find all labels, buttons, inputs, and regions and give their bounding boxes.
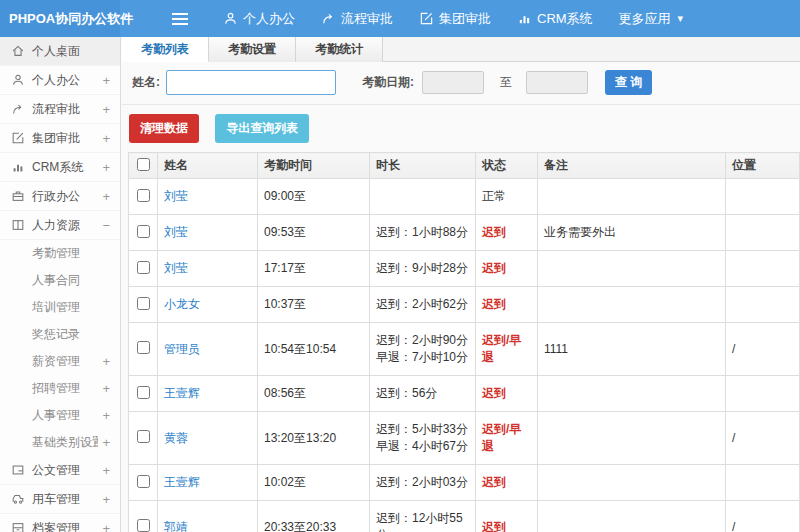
sidebar-item-attendance-mgmt[interactable]: 考勤管理	[0, 240, 120, 267]
time-cell: 13:20至13:20	[258, 412, 370, 465]
sidebar-item-workflow-approval[interactable]: 流程审批+	[0, 95, 120, 124]
sidebar-item-training-mgmt[interactable]: 培训管理	[0, 294, 120, 321]
tab-attendance-settings[interactable]: 考勤设置	[209, 37, 296, 62]
sidebar-item-label: 个人桌面	[32, 43, 110, 60]
tab-bar: 考勤列表考勤设置考勤统计	[122, 37, 800, 62]
nav-item-crm-system[interactable]: CRM系统	[504, 0, 606, 37]
row-select-cell	[129, 501, 158, 532]
table-row: 小龙女10:37至迟到：2小时62分迟到	[129, 287, 800, 323]
employee-link[interactable]: 刘莹	[164, 225, 188, 239]
expand-toggle-icon: +	[102, 189, 110, 204]
column-header: 姓名	[158, 153, 258, 179]
sidebar-item-salary-mgmt[interactable]: 薪资管理+	[0, 348, 120, 375]
sidebar-item-group-approval[interactable]: 集团审批+	[0, 124, 120, 153]
sidebar-item-archive-mgmt[interactable]: 档案管理+	[0, 514, 120, 532]
status-cell: 迟到	[476, 287, 538, 323]
caret-down-icon: ▾	[678, 12, 684, 25]
date-from-input[interactable]	[422, 71, 484, 94]
query-button[interactable]: 查 询	[605, 70, 652, 95]
row-checkbox[interactable]	[137, 475, 150, 488]
column-header: 备注	[538, 153, 726, 179]
row-checkbox[interactable]	[137, 225, 150, 238]
export-list-button[interactable]: 导出查询列表	[215, 114, 309, 143]
sidebar-item-label: 用车管理	[32, 491, 98, 508]
doc-icon	[11, 463, 25, 477]
expand-toggle-icon: +	[102, 463, 110, 478]
sidebar-item-vehicle-mgmt[interactable]: 用车管理+	[0, 485, 120, 514]
expand-toggle-icon: +	[102, 160, 110, 175]
sidebar-item-crm-system[interactable]: CRM系统+	[0, 153, 120, 182]
table-row: 黄蓉13:20至13:20迟到：5小时33分早退：4小时67分迟到/早退/	[129, 412, 800, 465]
name-input[interactable]	[166, 70, 336, 95]
employee-link[interactable]: 刘莹	[164, 261, 188, 275]
row-checkbox[interactable]	[137, 297, 150, 310]
car-icon	[11, 492, 25, 506]
clean-data-button[interactable]: 清理数据	[129, 114, 199, 143]
sidebar-item-reward-punishment[interactable]: 奖惩记录	[0, 321, 120, 348]
note-cell: 业务需要外出	[538, 215, 726, 251]
sidebar-item-personnel-mgmt[interactable]: 人事管理+	[0, 402, 120, 429]
app-logo[interactable]: PHPOA协同办公软件	[0, 0, 120, 37]
sidebar-submenu-human-resources: 考勤管理人事合同培训管理奖惩记录薪资管理+招聘管理+人事管理+基础类别设置+	[0, 240, 120, 456]
sidebar-item-base-category-set[interactable]: 基础类别设置+	[0, 429, 120, 456]
nav-item-label: 集团审批	[439, 10, 491, 28]
row-checkbox[interactable]	[137, 261, 150, 274]
employee-link[interactable]: 小龙女	[164, 297, 200, 311]
duration-cell: 迟到：56分	[370, 376, 476, 412]
time-cell: 09:53至	[258, 215, 370, 251]
archive-icon	[11, 521, 25, 532]
name-cell: 小龙女	[158, 287, 258, 323]
time-cell: 10:37至	[258, 287, 370, 323]
note-cell	[538, 179, 726, 215]
nav-item-more-apps[interactable]: 更多应用▾	[606, 0, 697, 37]
name-cell: 郭靖	[158, 501, 258, 532]
tab-attendance-stats[interactable]: 考勤统计	[296, 37, 383, 62]
employee-link[interactable]: 王壹辉	[164, 475, 200, 489]
name-cell: 刘莹	[158, 215, 258, 251]
row-checkbox[interactable]	[137, 189, 150, 202]
note-cell	[538, 412, 726, 465]
employee-link[interactable]: 刘莹	[164, 189, 188, 203]
navbar-menu: 个人办公流程审批集团审批CRM系统更多应用▾	[210, 0, 696, 37]
employee-link[interactable]: 管理员	[164, 342, 200, 356]
row-checkbox[interactable]	[137, 341, 150, 354]
duration-cell: 迟到：12小时55分	[370, 501, 476, 532]
chart-icon	[11, 160, 25, 174]
nav-item-group-approval[interactable]: 集团审批	[406, 0, 504, 37]
action-buttons: 清理数据 导出查询列表	[122, 105, 800, 152]
column-header: 考勤时间	[258, 153, 370, 179]
home-icon	[11, 44, 25, 58]
row-checkbox[interactable]	[137, 386, 150, 399]
status-cell: 迟到	[476, 501, 538, 532]
sidebar-item-personal-office[interactable]: 个人办公+	[0, 66, 120, 95]
hamburger-menu-icon[interactable]	[172, 10, 188, 28]
table-row: 王壹辉10:02至迟到：2小时03分迟到	[129, 465, 800, 501]
row-checkbox[interactable]	[137, 430, 150, 443]
sidebar-item-human-resources[interactable]: 人力资源−	[0, 211, 120, 240]
employee-link[interactable]: 王壹辉	[164, 386, 200, 400]
sidebar-item-recruitment-mgmt[interactable]: 招聘管理+	[0, 375, 120, 402]
employee-link[interactable]: 郭靖	[164, 520, 188, 532]
date-to-input[interactable]	[526, 71, 588, 94]
row-checkbox[interactable]	[137, 519, 150, 532]
duration-cell: 迟到：2小时62分	[370, 287, 476, 323]
note-cell	[538, 465, 726, 501]
nav-item-workflow-approval[interactable]: 流程审批	[308, 0, 406, 37]
location-cell	[726, 251, 800, 287]
location-cell	[726, 179, 800, 215]
sidebar-item-label: 行政办公	[32, 188, 98, 205]
expand-toggle-icon: +	[102, 521, 110, 532]
status-cell: 迟到	[476, 215, 538, 251]
sidebar-item-personal-desktop[interactable]: 个人桌面	[0, 37, 120, 66]
tab-attendance-list[interactable]: 考勤列表	[122, 37, 209, 62]
sidebar-item-admin-office[interactable]: 行政办公+	[0, 182, 120, 211]
sidebar-item-document-mgmt[interactable]: 公文管理+	[0, 456, 120, 485]
duration-cell: 迟到：9小时28分	[370, 251, 476, 287]
attendance-table: 姓名考勤时间时长状态备注位置 刘莹09:00至正常刘莹09:53至迟到：1小时8…	[128, 152, 800, 532]
nav-item-personal-office[interactable]: 个人办公	[210, 0, 308, 37]
select-all-checkbox[interactable]	[137, 158, 150, 171]
sidebar-item-hr-contract[interactable]: 人事合同	[0, 267, 120, 294]
sidebar-item-label: 基础类别设置	[32, 434, 98, 451]
expand-toggle-icon: +	[102, 131, 110, 146]
employee-link[interactable]: 黄蓉	[164, 431, 188, 445]
